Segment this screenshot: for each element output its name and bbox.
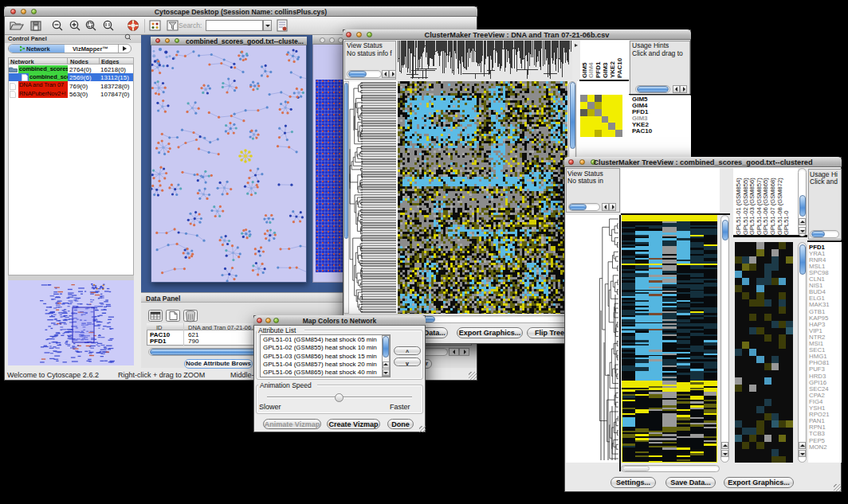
svg-text:PFD1: PFD1 xyxy=(595,61,602,78)
svg-text:GPL51-0: GPL51-0 xyxy=(783,211,790,235)
svg-text:YKE2: YKE2 xyxy=(609,61,616,78)
svg-text:PAC10: PAC10 xyxy=(616,57,623,78)
svg-text:GIM5: GIM5 xyxy=(581,62,588,78)
svg-text:GIM4: GIM4 xyxy=(587,62,595,78)
svg-text:GIM3: GIM3 xyxy=(602,62,609,78)
